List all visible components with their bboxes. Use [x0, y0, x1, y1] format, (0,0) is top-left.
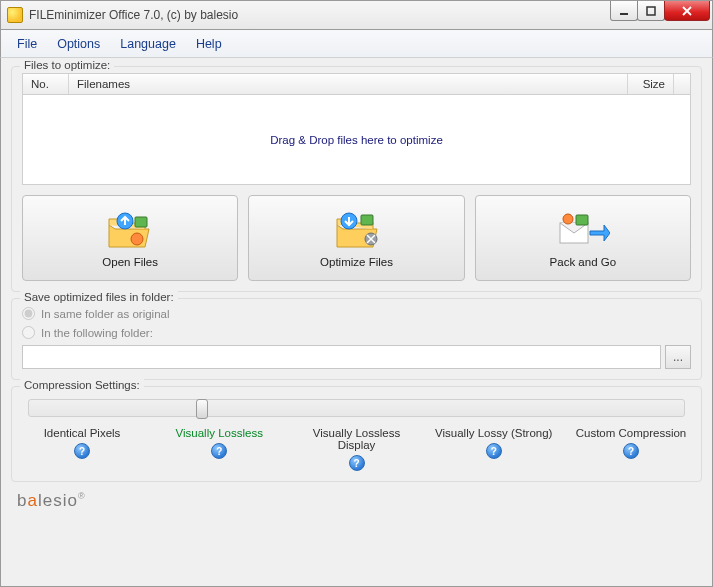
menu-help[interactable]: Help	[186, 33, 232, 55]
svg-rect-11	[576, 215, 588, 225]
menu-language[interactable]: Language	[110, 33, 186, 55]
label-lossy-strong-text: Visually Lossy (Strong)	[435, 427, 552, 439]
minimize-button[interactable]	[610, 1, 638, 21]
slider-track[interactable]	[28, 399, 685, 417]
action-buttons: Open Files Optimize Files	[22, 195, 691, 281]
col-no[interactable]: No.	[23, 74, 69, 94]
balesio-logo: balesio®	[17, 491, 86, 511]
footer: balesio®	[11, 488, 702, 514]
compression-labels: Identical Pixels ? Visually Lossless ? V…	[22, 427, 691, 471]
help-icon[interactable]: ?	[211, 443, 227, 459]
compression-group: Compression Settings: Identical Pixels ?…	[11, 386, 702, 482]
label-lossless: Visually Lossless ?	[159, 427, 279, 471]
optimize-files-icon	[331, 209, 381, 253]
radio-same-folder[interactable]: In same folder as original	[22, 307, 691, 320]
help-icon[interactable]: ?	[349, 455, 365, 471]
path-input[interactable]	[22, 345, 661, 369]
close-button[interactable]	[664, 1, 710, 21]
radio-following-label: In the following folder:	[41, 327, 153, 339]
col-pad	[674, 74, 690, 94]
window-controls	[611, 1, 710, 21]
logo-accent: a	[27, 491, 37, 510]
label-lossy-strong: Visually Lossy (Strong) ?	[434, 427, 554, 471]
svg-rect-8	[361, 215, 373, 225]
radio-following-folder[interactable]: In the following folder:	[22, 326, 691, 339]
menu-file[interactable]: File	[7, 33, 47, 55]
slider-thumb[interactable]	[196, 399, 208, 419]
pack-and-go-label: Pack and Go	[550, 256, 616, 268]
label-identical: Identical Pixels ?	[22, 427, 142, 471]
svg-rect-5	[135, 217, 147, 227]
path-row: ...	[22, 345, 691, 369]
logo-reg: ®	[78, 491, 86, 501]
help-icon[interactable]: ?	[486, 443, 502, 459]
logo-pre: b	[17, 491, 27, 510]
maximize-button[interactable]	[637, 1, 665, 21]
label-identical-text: Identical Pixels	[44, 427, 121, 439]
compression-slider[interactable]	[22, 397, 691, 417]
files-header: No. Filenames Size	[22, 73, 691, 95]
window-title: FILEminimizer Office 7.0, (c) by balesio	[29, 8, 611, 22]
client-area: Files to optimize: No. Filenames Size Dr…	[0, 58, 713, 587]
optimize-files-label: Optimize Files	[320, 256, 393, 268]
label-lossless-text: Visually Lossless	[176, 427, 263, 439]
open-files-label: Open Files	[102, 256, 158, 268]
help-icon[interactable]: ?	[623, 443, 639, 459]
save-legend: Save optimized files in folder:	[20, 291, 178, 303]
label-lossless-display-text: Visually Lossless Display	[297, 427, 417, 451]
menu-options[interactable]: Options	[47, 33, 110, 55]
menubar: File Options Language Help	[0, 30, 713, 58]
titlebar: FILEminimizer Office 7.0, (c) by balesio	[0, 0, 713, 30]
col-size[interactable]: Size	[628, 74, 674, 94]
files-drop-area[interactable]: Drag & Drop files here to optimize	[22, 95, 691, 185]
pack-and-go-button[interactable]: Pack and Go	[475, 195, 691, 281]
radio-same-label: In same folder as original	[41, 308, 169, 320]
save-group: Save optimized files in folder: In same …	[11, 298, 702, 380]
pack-and-go-icon	[556, 209, 610, 253]
radio-same-input[interactable]	[22, 307, 35, 320]
files-legend: Files to optimize:	[20, 59, 114, 71]
col-filenames[interactable]: Filenames	[69, 74, 628, 94]
files-group: Files to optimize: No. Filenames Size Dr…	[11, 66, 702, 292]
open-files-icon	[105, 209, 155, 253]
label-custom: Custom Compression ?	[571, 427, 691, 471]
logo-post: lesio	[38, 491, 78, 510]
svg-rect-1	[647, 7, 655, 15]
label-custom-text: Custom Compression	[576, 427, 687, 439]
radio-following-input[interactable]	[22, 326, 35, 339]
help-icon[interactable]: ?	[74, 443, 90, 459]
label-lossless-display: Visually Lossless Display ?	[297, 427, 417, 471]
browse-button[interactable]: ...	[665, 345, 691, 369]
drop-hint: Drag & Drop files here to optimize	[270, 134, 443, 146]
svg-point-12	[563, 214, 573, 224]
open-files-button[interactable]: Open Files	[22, 195, 238, 281]
svg-point-6	[131, 233, 143, 245]
compression-legend: Compression Settings:	[20, 379, 144, 391]
optimize-files-button[interactable]: Optimize Files	[248, 195, 464, 281]
app-icon	[7, 7, 23, 23]
